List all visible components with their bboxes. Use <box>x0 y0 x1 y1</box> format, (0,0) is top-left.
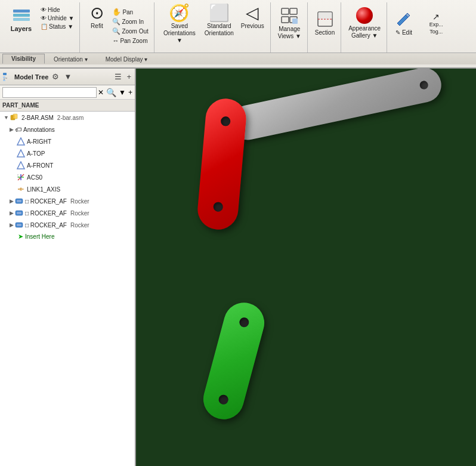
section-button[interactable]: Section <box>313 4 337 42</box>
zoom-in-button[interactable]: 🔍 Zoom In <box>110 17 150 26</box>
svg-rect-1 <box>13 14 30 17</box>
tree-item-2bar-asm[interactable]: ▼ 2-BAR.ASM 2-bar.asm <box>0 112 135 124</box>
plane-icon <box>17 137 25 146</box>
expand-button[interactable]: ↗ Exp... Tog... <box>424 4 448 42</box>
search-icon[interactable]: 🔍 <box>106 88 116 97</box>
axis-icon <box>17 185 25 193</box>
clear-search-button[interactable]: ✕ <box>98 88 104 97</box>
svg-rect-11 <box>3 73 7 75</box>
red-ball-icon <box>356 7 373 24</box>
tree-items: ▼ 2-BAR.ASM 2-bar.asm ▶ 🏷 Annotations <box>0 112 135 466</box>
appearance-gallery-button[interactable]: AppearanceGallery ▼ <box>346 4 383 42</box>
tree-item-rocker2[interactable]: ▶ □ ROCKER_AF Rocker <box>0 207 135 219</box>
model-tree-header: Model Tree ⚙ ▼ ☰ + <box>0 69 135 85</box>
tree-settings-button[interactable]: ⚙ <box>51 72 60 82</box>
ribbon-group-section: Section <box>309 2 341 53</box>
expand-annotations-icon[interactable]: ▶ <box>10 126 14 132</box>
tab-model-display[interactable]: Model Display ▾ <box>97 54 157 64</box>
refit-button[interactable]: ⊙ Refit <box>85 4 109 31</box>
tree-add-button[interactable]: + <box>125 72 132 82</box>
insert-here-item[interactable]: ➤ Insert Here <box>0 231 135 242</box>
tree-search-row: ✕ 🔍 ▼ + <box>0 85 135 100</box>
viewport[interactable] <box>136 69 476 466</box>
svg-rect-0 <box>13 10 30 13</box>
ribbon-group-appearance: AppearanceGallery ▼ <box>342 2 387 53</box>
saved-orientations-button[interactable]: 🧭 SavedOrientations ▼ <box>159 4 200 45</box>
expand-2bar-icon[interactable]: ▼ <box>4 115 9 121</box>
ribbon-group-expand: ↗ Exp... Tog... <box>421 2 452 53</box>
part-icon-3 <box>15 221 23 229</box>
manage-views-button[interactable]: ManageViews ▼ <box>276 4 304 42</box>
svg-rect-33 <box>17 224 21 226</box>
expand-rocker1-icon[interactable]: ▶ <box>10 198 14 204</box>
tree-item-a-top[interactable]: A-TOP <box>0 147 135 159</box>
ribbon-group-manage-views: ManageViews ▼ <box>272 2 308 53</box>
part-icon-1 <box>15 197 23 205</box>
toolbar: Layers 👁 Hide 👁 Unhide ▼ 📋 Status ▼ <box>0 0 476 69</box>
tree-item-rocker3[interactable]: ▶ □ ROCKER_AF Rocker <box>0 219 135 231</box>
tree-toggle-button[interactable]: ▼ <box>63 72 73 82</box>
svg-rect-3 <box>282 8 289 14</box>
section-icon <box>316 10 334 28</box>
svg-rect-2 <box>13 18 30 21</box>
plane-icon-front <box>17 161 25 169</box>
svg-rect-31 <box>17 212 21 214</box>
part-icon-2 <box>15 209 23 217</box>
viewport-canvas <box>136 69 476 466</box>
model-tree-icon <box>2 72 12 82</box>
tab-labels-row: Visibility Orientation ▾ Model Display ▾ <box>0 53 476 64</box>
svg-rect-29 <box>17 200 21 202</box>
tree-item-a-right[interactable]: A-RIGHT <box>0 135 135 147</box>
layers-icon <box>12 6 31 25</box>
annotations-icon: 🏷 <box>15 126 21 133</box>
model-tree-title: Model Tree <box>14 73 48 81</box>
plane-icon-top <box>17 149 25 158</box>
insert-arrow-icon: ➤ <box>18 233 23 240</box>
add-tree-item-button[interactable]: + <box>128 88 132 97</box>
tree-options-button[interactable]: ☰ <box>113 72 123 82</box>
red-rocker-shape <box>196 97 248 231</box>
asm-icon <box>10 113 20 122</box>
expand-rocker2-icon[interactable]: ▶ <box>10 210 14 216</box>
zoom-out-button[interactable]: 🔍 Zoom Out <box>110 27 150 36</box>
previous-button[interactable]: ◁ Previous <box>239 4 267 31</box>
tree-item-annotations[interactable]: ▶ 🏷 Annotations <box>0 124 135 135</box>
edit-button[interactable]: ✎ Edit <box>392 4 416 42</box>
unhide-button[interactable]: 👁 Unhide ▼ <box>39 14 76 22</box>
manage-views-icon <box>280 7 298 24</box>
svg-rect-5 <box>282 17 289 23</box>
gray-bar-shape <box>227 69 444 143</box>
ribbon-group-layers: Layers 👁 Hide 👁 Unhide ▼ 📋 Status ▼ <box>1 2 80 53</box>
tree-item-acs0[interactable]: x z ACS0 <box>0 171 135 183</box>
svg-rect-7 <box>292 18 298 24</box>
pan-button[interactable]: ✋ Pan <box>110 7 150 17</box>
main-area: Model Tree ⚙ ▼ ☰ + ✕ 🔍 ▼ + PART_NAME ▼ <box>0 69 476 466</box>
svg-rect-10 <box>318 12 332 19</box>
svg-marker-20 <box>17 162 24 169</box>
left-panel: Model Tree ⚙ ▼ ☰ + ✕ 🔍 ▼ + PART_NAME ▼ <box>0 69 136 466</box>
tree-search-input[interactable] <box>2 87 97 98</box>
ribbon-group-zoom: ⊙ Refit ✋ Pan 🔍 Zoom In 🔍 Zoom Out <box>81 2 154 53</box>
filter-icon[interactable]: ▼ <box>119 88 126 97</box>
svg-rect-12 <box>3 76 5 78</box>
svg-rect-4 <box>290 8 297 14</box>
ribbon-group-edit: ✎ Edit <box>388 2 419 53</box>
expand-rocker3-icon[interactable]: ▶ <box>10 222 14 228</box>
tree-item-a-front[interactable]: A-FRONT <box>0 159 135 171</box>
edit-icon <box>395 10 413 28</box>
ribbon-row: Layers 👁 Hide 👁 Unhide ▼ 📋 Status ▼ <box>0 0 476 53</box>
svg-marker-18 <box>17 138 24 145</box>
standard-orientation-button[interactable]: ⬜ StandardOrientation <box>202 4 236 38</box>
pan-zoom-button[interactable]: ↔ Pan Zoom <box>110 36 150 45</box>
tree-item-rocker1[interactable]: ▶ □ ROCKER_AF Rocker <box>0 195 135 207</box>
svg-rect-17 <box>13 114 17 119</box>
hide-button[interactable]: 👁 Hide <box>39 6 76 14</box>
layers-button[interactable]: Layers <box>5 4 38 35</box>
status-button[interactable]: 📋 Status ▼ <box>39 23 76 30</box>
tree-item-link1-axis[interactable]: LINK1_AXIS <box>0 183 135 195</box>
layers-label: Layers <box>11 25 32 32</box>
svg-marker-19 <box>17 150 24 157</box>
tab-orientation[interactable]: Orientation ▾ <box>45 54 97 64</box>
tab-visibility[interactable]: Visibility <box>2 54 45 64</box>
tree-col-header: PART_NAME <box>0 100 135 112</box>
